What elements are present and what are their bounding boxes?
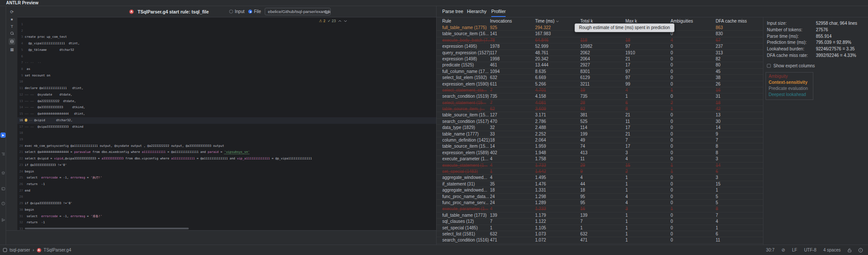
code-line-19[interactable]: 19	[17, 136, 436, 143]
code-line-23[interactable]: 23if @a333333333333 !='0'	[17, 162, 436, 169]
tab-parse-tree[interactable]: Parse tree	[442, 6, 463, 17]
code-line-26[interactable]: 26 return -1	[17, 181, 436, 188]
profiler-row[interactable]: search_condition (1516)4711.0724711011	[437, 237, 763, 243]
profiler-row[interactable]: func_proc_name_data...241.29895405	[437, 194, 763, 200]
antlr-preview-tool-icon[interactable]	[0, 132, 6, 138]
column-header-dfa-cache-miss[interactable]: DFA cache miss	[716, 19, 761, 24]
profiler-row[interactable]: table_source_item (15...141.959741708	[437, 143, 763, 149]
refresh-icon[interactable]: ⟳	[9, 9, 15, 15]
notifications-icon[interactable]: i	[858, 248, 863, 252]
intention-bulb-icon[interactable]	[25, 119, 27, 122]
line-ending[interactable]: LF	[792, 248, 797, 252]
code-line-13[interactable]: 13—— —— @a2222222222 dtdate,	[17, 98, 436, 105]
search-icon[interactable]	[9, 30, 15, 36]
code-line-32[interactable]: 32 return -1	[17, 219, 436, 226]
chevron-up-icon[interactable]	[338, 20, 342, 22]
profiler-row[interactable]: column_definition (1421)182.06449707	[437, 137, 763, 143]
version-control-tool-icon[interactable]	[0, 217, 6, 222]
caret-position[interactable]: 30:7	[766, 248, 774, 252]
code-line-5[interactable]: 5 @p_tblname dtchar32	[17, 47, 436, 53]
folder-icon[interactable]	[325, 10, 329, 14]
profiler-row[interactable]: expression_elem (1589)4021.948413308	[437, 150, 763, 156]
profiler-row[interactable]: set_special (1485)11.1051101	[437, 225, 763, 231]
unlock-icon[interactable]	[848, 248, 852, 252]
code-line-20[interactable]: 20exec nb_com_getsysconfig @a11111111111…	[17, 143, 436, 149]
profiler-row[interactable]: set_special (1483)11.6429216	[437, 169, 763, 175]
code-line-24[interactable]: 24begin	[17, 169, 436, 175]
input-file-path-field[interactable]: ebelice/Github/tsql-parser/examples/big.…	[265, 8, 331, 15]
profiler-row[interactable]: table_source_item_j...623.609928142	[437, 106, 763, 112]
text-input-icon[interactable]: T	[9, 23, 15, 30]
indent-setting[interactable]: 4 spaces	[823, 248, 841, 252]
stop-icon[interactable]: ■	[9, 16, 15, 23]
terminal-tool-icon[interactable]	[0, 186, 6, 191]
profiler-row[interactable]: full_column_name (17...10948.63583019704…	[437, 69, 763, 75]
profiler-row[interactable]: predicate (1525)46113.444292717080	[437, 62, 763, 68]
breadcrumb-project[interactable]: tsql-parser	[10, 248, 30, 252]
profiler-row[interactable]: select_list_elem (1592)6326.669612997038	[437, 75, 763, 81]
profiler-row[interactable]: execute_body_batch (7...7864.84611818467	[437, 37, 763, 43]
column-header-rule[interactable]: Rule	[442, 19, 490, 24]
profiler-row[interactable]: expression (1498)199820.342206421082	[437, 56, 763, 62]
code-line-6[interactable]: 6	[17, 53, 436, 60]
code-line-12[interactable]: 12—— —— @sysdate dtdate,	[17, 92, 436, 98]
grid-icon[interactable]: ▦	[9, 46, 15, 53]
code-line-3[interactable]: 3create proc up_com_test	[17, 34, 436, 40]
profiler-row[interactable]: aggregate_windowed...181.33118101	[437, 187, 763, 193]
code-line-17[interactable]: 17—— —— @vipa333333333333 dtkind	[17, 124, 436, 130]
code-line-11[interactable]: 11declare @a1111111111111 dtint,	[17, 85, 436, 92]
code-line-4[interactable]: 4 @p_vipa1111111111111 dtint,	[17, 40, 436, 47]
profiler-row[interactable]: expression (1495)197852.99910982970237	[437, 43, 763, 50]
chevron-down-icon[interactable]	[344, 20, 347, 22]
code-line-1[interactable]: 1	[17, 21, 436, 28]
file-encoding[interactable]: UTF-8	[804, 248, 816, 252]
code-line-28[interactable]: 28	[17, 194, 436, 200]
profiler-row[interactable]: func_proc_name_serv...241.28995405	[437, 200, 763, 206]
code-line-21[interactable]: 21select @a444444444444444 = paravalue f…	[17, 149, 436, 156]
show-expert-columns-checkbox[interactable]: Show expert columns	[767, 63, 868, 68]
profiler-row[interactable]: if_statement (31)351.476441015	[437, 181, 763, 187]
profiler-row[interactable]: select_statement_sta...74.701194116	[437, 87, 763, 93]
code-line-22[interactable]: 22select @vipid = vipid,@vipa33333333333…	[17, 156, 436, 162]
profiler-row[interactable]: aggregate_windowed...41.4954103	[437, 175, 763, 181]
code-line-9[interactable]: 9set nocount on	[17, 73, 436, 79]
structure-tool-icon[interactable]	[0, 151, 6, 156]
inspections-widget[interactable]: ⚠ 2 ✓ 23	[319, 19, 347, 23]
profiler-row[interactable]: search_condition (1519)7354.1587351031	[437, 93, 763, 99]
profiler-row[interactable]: table_source_item (15...1273.17138121013	[437, 112, 763, 118]
code-editor[interactable]: 123create proc up_com_test4 @p_vipa11111…	[17, 17, 436, 230]
code-line-8[interactable]: 8 as	[17, 66, 436, 73]
layers-tool-icon[interactable]	[0, 170, 6, 176]
file-radio[interactable]: File	[248, 9, 261, 14]
code-line-15[interactable]: 15—— —— @a444444444444444 dtint,	[17, 111, 436, 117]
profiler-row[interactable]: expression_elem (1590)6115.266321199026	[437, 81, 763, 87]
code-line-14[interactable]: 14—— —— @a333333333333 dtkind,	[17, 104, 436, 111]
profiler-row[interactable]: table_name (1777)332.2521992109	[437, 131, 763, 137]
profiler-row[interactable]: data_type (1829)322.48811417014	[437, 125, 763, 131]
profiler-row[interactable]: execute_statement (1...41.7332915114	[437, 162, 763, 169]
tab-profiler[interactable]: Profiler	[491, 6, 506, 17]
code-line-31[interactable]: 31 select errorcode = -1, errormsg = '准备…	[17, 213, 436, 220]
profiler-row[interactable]: execute_parameter (1...41.23316318	[437, 206, 763, 212]
tab-hierarchy[interactable]: Hierarchy	[467, 6, 487, 17]
horizontal-scrollbar[interactable]	[17, 228, 436, 229]
profiler-row[interactable]: full_table_name (1773)1391.179139107	[437, 212, 763, 219]
code-line-10[interactable]: 10	[17, 79, 436, 85]
column-header-time-ms-[interactable]: Time (ms)	[535, 19, 580, 24]
column-header-invocations[interactable]: Invocations	[490, 19, 535, 24]
code-line-30[interactable]: 30begin	[17, 207, 436, 213]
profiler-row[interactable]: select_list (1581)6321.073632106	[437, 231, 763, 237]
profiler-row[interactable]: select_statement (15...74.081286218	[437, 100, 763, 106]
profiler-row[interactable]: execute_parameter (1...41.75811403	[437, 156, 763, 162]
input-radio[interactable]: Input	[229, 9, 244, 14]
problems-tool-icon[interactable]	[0, 201, 6, 206]
column-header-ambiguities[interactable]: Ambiguities	[671, 19, 716, 24]
code-line-2[interactable]: 2	[17, 28, 436, 34]
code-line-18[interactable]: 18	[17, 130, 436, 136]
pin-tool-icon[interactable]	[9, 38, 15, 45]
scrollbar-thumb[interactable]	[25, 228, 189, 229]
profiler-row[interactable]: query_expression (1527)11748.76120621910…	[437, 50, 763, 56]
code-line-29[interactable]: 29if @vipa333333333333 !='0'	[17, 200, 436, 207]
code-line-16[interactable]: 16—— @vipid dtchar32,	[17, 117, 436, 124]
highlight-level-icon[interactable]: ⊘	[782, 248, 785, 252]
